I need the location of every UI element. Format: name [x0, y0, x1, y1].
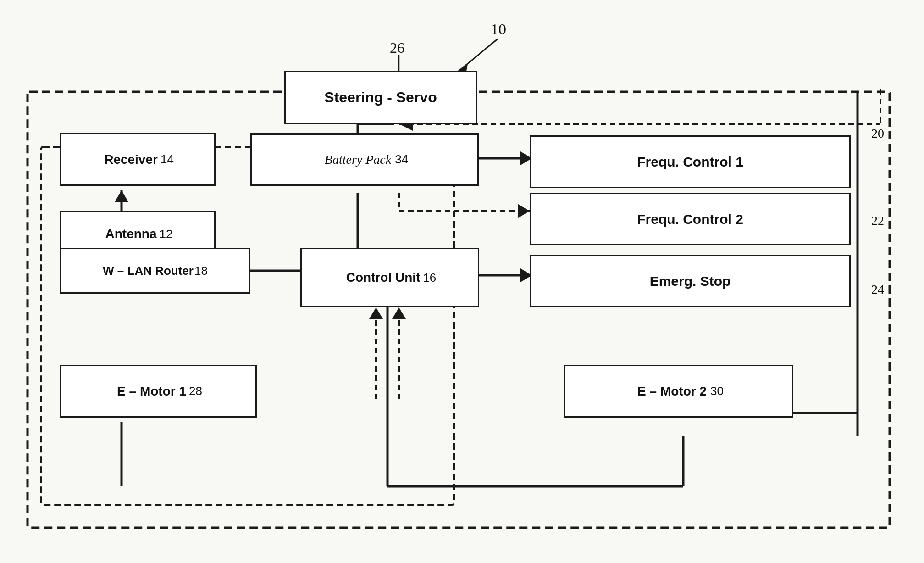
- e-motor1-box: E – Motor 1 28: [60, 365, 257, 418]
- wlan-anno: 18: [194, 264, 208, 278]
- receiver-anno: 14: [160, 152, 174, 167]
- left-subsystem-boundary: [41, 147, 454, 505]
- anno-24: 24: [871, 282, 884, 296]
- svg-marker-7: [518, 204, 530, 218]
- e-motor1-anno: 28: [189, 384, 202, 398]
- anno-10: 10: [491, 21, 506, 38]
- e-motor2-box: E – Motor 2 30: [564, 365, 793, 418]
- frequ-control2-box: Frequ. Control 2: [530, 193, 851, 245]
- anno-20: 20: [871, 126, 884, 140]
- wlan-router-box: W – LAN Router 18: [60, 248, 250, 294]
- svg-line-29: [459, 39, 498, 71]
- battery-pack-box: Battery Pack 34: [250, 133, 479, 186]
- diagram-container: 10 26 20 22 24 Steering - Servo Receiver…: [0, 0, 924, 563]
- control-unit-box: Control Unit 16: [300, 248, 479, 307]
- antenna-anno: 12: [160, 227, 173, 241]
- svg-marker-15: [369, 307, 383, 319]
- receiver-box: Receiver 14: [60, 133, 216, 186]
- steering-servo-box: Steering - Servo: [284, 71, 477, 124]
- svg-marker-11: [115, 190, 128, 202]
- anno-26: 26: [390, 39, 404, 56]
- svg-marker-17: [392, 307, 406, 319]
- e-motor2-anno: 30: [710, 384, 724, 398]
- battery-anno: 34: [395, 152, 408, 167]
- emerg-stop-box: Emerg. Stop: [530, 255, 851, 307]
- frequ-control1-box: Frequ. Control 1: [530, 135, 851, 188]
- anno-22: 22: [871, 213, 884, 228]
- control-unit-anno: 16: [423, 271, 436, 285]
